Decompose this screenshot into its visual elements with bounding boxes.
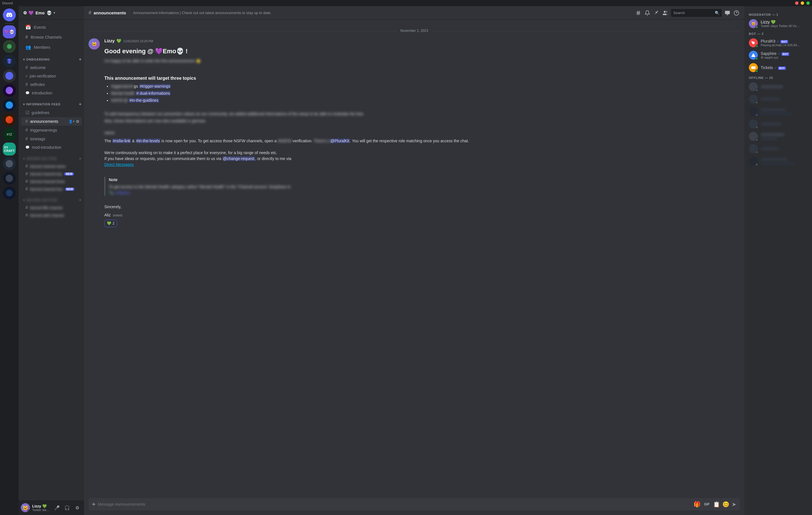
gif-button[interactable]: GIF — [703, 502, 711, 507]
member-offline-5[interactable] — [747, 130, 810, 143]
channel-hidden-6[interactable]: # blurred sixth channel — [21, 212, 82, 219]
server-icon-s12[interactable] — [3, 186, 16, 200]
nav-item-members[interactable]: 👥 Members — [21, 42, 82, 52]
server-icon-s9[interactable]: XYCRAFT — [3, 143, 16, 155]
section-add-button[interactable]: + — [79, 57, 82, 62]
attach-button[interactable]: + — [92, 501, 95, 508]
member-offline-7[interactable] — [747, 155, 810, 168]
server-icon-s10[interactable] — [3, 157, 16, 170]
channel-guidelines[interactable]: ☑ guidelines — [21, 108, 82, 117]
user-avatar[interactable]: 🐱 — [21, 503, 30, 512]
member-sapphire[interactable]: Sapphire ✓BOT ⚙ sapph.xyz — [747, 49, 810, 61]
reaction-bar: 💚 2 — [104, 220, 740, 227]
search-bar[interactable]: 🔍 — [671, 9, 722, 17]
member-offline-1[interactable] — [747, 81, 810, 93]
server-icon-emo[interactable]: 💜💀 — [3, 25, 16, 38]
member-name-sapphire: Sapphire ✓BOT — [761, 51, 789, 56]
offline-dot — [755, 89, 758, 92]
mic-button[interactable]: 🎤 — [53, 503, 61, 512]
settings-icon[interactable]: ⚙ — [76, 119, 80, 124]
emoji-button[interactable]: 😊 — [722, 501, 729, 508]
title-bar-title: Discord — [2, 1, 13, 5]
channel-hash-icon: # — [89, 10, 91, 16]
section-hidden-2[interactable]: ▾ second section + — [19, 193, 84, 204]
server-icon-s6[interactable] — [3, 99, 16, 112]
hash-button[interactable] — [635, 9, 642, 16]
member-offline-2[interactable] — [747, 93, 810, 105]
server-sidebar: 💜💀 XYZ XYCRAFT — [0, 6, 19, 515]
sticker-button[interactable]: 📋 — [713, 501, 720, 508]
server-icon-s3[interactable] — [3, 55, 16, 68]
channel-triggerwarnings[interactable]: # triggerwarnings — [21, 126, 82, 134]
member-tickets[interactable]: Tickets ✓BOT — [747, 61, 810, 74]
message-input-area: + 🎁 GIF 📋 😊 ➤ — [84, 498, 744, 515]
member-pluralkit[interactable]: PluralKit ✓BOT Playing pk;help | in 635,… — [747, 37, 810, 49]
server-icon-s4[interactable] — [3, 69, 16, 82]
discord-home-button[interactable] — [3, 8, 16, 22]
gift-button[interactable]: 🎁 — [694, 501, 701, 508]
channel-introduction[interactable]: 💬 introduction — [21, 89, 82, 97]
members-panel-button[interactable] — [662, 9, 669, 16]
maximize-btn[interactable] — [806, 1, 810, 5]
channel-hidden-1[interactable]: # blurred channel name — [21, 162, 82, 170]
main-content: # announcements Announcement information… — [84, 6, 744, 515]
note-blurred: To get access to the Mental Health categ… — [109, 184, 740, 190]
server-header[interactable]: ⚙ 💜 Emo 💀 ▾ — [19, 6, 84, 20]
server-icon-s7[interactable] — [3, 113, 16, 126]
section-add-button-2[interactable]: + — [79, 102, 82, 107]
server-icon-s2[interactable] — [3, 40, 16, 53]
window-controls[interactable] — [795, 1, 810, 5]
title-bar: Discord — [0, 0, 812, 6]
section-add-button-3[interactable]: + — [79, 156, 82, 161]
channel-hidden-4[interactable]: # blurred channel four NEW — [21, 185, 82, 193]
direct-messages-link[interactable]: Direct Messages — [104, 162, 134, 167]
message-author[interactable]: Lizzy 💚 — [104, 38, 121, 43]
settings-button[interactable]: ⚙ — [73, 503, 82, 512]
channel-tonetags[interactable]: # tonetags — [21, 135, 82, 143]
channel-welcome[interactable]: # welcome — [21, 63, 82, 72]
online-heart: 💚 — [116, 39, 121, 43]
pin-button[interactable] — [653, 9, 660, 16]
nav-item-browse[interactable]: # Browse Channels — [21, 32, 82, 42]
help-button[interactable] — [733, 9, 740, 16]
channel-hidden-2[interactable]: # blurred channel two NEW — [21, 170, 82, 178]
minimize-btn[interactable] — [801, 1, 804, 5]
message-input[interactable] — [98, 499, 691, 509]
member-lizzy[interactable]: 🐱 Lizzy 💚 Twitter stays Twitter till Viv… — [747, 18, 810, 30]
member-info: Lizzy 💚 Twitter stays Twitter till Vivia… — [761, 20, 800, 28]
channel-announcements[interactable]: # announcements 👤+ ⚙ — [21, 117, 82, 126]
chevron-icon: ▾ — [23, 58, 25, 61]
server-icon-s5[interactable] — [3, 84, 16, 97]
author-avatar[interactable]: 🐱 — [89, 38, 100, 50]
member-offline-4[interactable] — [747, 118, 810, 130]
section-onboarding[interactable]: ▾ ONBOARDING + — [19, 52, 84, 63]
server-icon-s11[interactable] — [3, 172, 16, 185]
headphones-button[interactable]: 🎧 — [63, 503, 71, 512]
search-input[interactable] — [673, 11, 713, 15]
inbox-button[interactable] — [724, 9, 731, 16]
bullet-list: triggerwarnings #trigger-warnings Mental… — [104, 83, 740, 103]
channel-mod-introduction[interactable]: 💬 mod-introduction — [21, 143, 82, 151]
server-icon-s8[interactable]: XYZ — [3, 128, 16, 141]
reaction-heart[interactable]: 💚 2 — [104, 220, 117, 227]
section-info-feed[interactable]: ▾ INFORMATION FEED + — [19, 97, 84, 108]
send-button[interactable]: ➤ — [732, 501, 736, 508]
channel-selfroles[interactable]: # selfroles — [21, 80, 82, 89]
close-btn[interactable] — [795, 1, 799, 5]
online-status-dot — [27, 510, 30, 512]
nav-item-events[interactable]: 📅 Events — [21, 22, 82, 32]
channel-join-verification[interactable]: ≡ join-verification — [21, 72, 82, 80]
bell-button[interactable] — [644, 9, 651, 16]
section-hidden-1[interactable]: ▾ server section + — [19, 152, 84, 162]
add-member-icon[interactable]: 👤+ — [68, 119, 75, 123]
member-offline-3[interactable] — [747, 105, 810, 118]
member-offline-6[interactable] — [747, 143, 810, 155]
online-dot — [755, 45, 758, 48]
channel-hidden-3[interactable]: # blurred channel three — [21, 178, 82, 185]
message-body: Lizzy 💚 11/01/2023 10:29 PM Good evening… — [104, 38, 740, 227]
member-sidebar: MODERATOR — 1 🐱 Lizzy 💚 Twitter stays Tw… — [744, 6, 812, 515]
section-add-button-4[interactable]: + — [79, 198, 82, 203]
channel-hidden-5[interactable]: # blurred fifth channel — [21, 204, 82, 211]
messages-area[interactable]: November 1, 2023 🐱 Lizzy 💚 11/01/2023 10… — [84, 20, 744, 498]
hash-icon: # — [25, 65, 28, 70]
